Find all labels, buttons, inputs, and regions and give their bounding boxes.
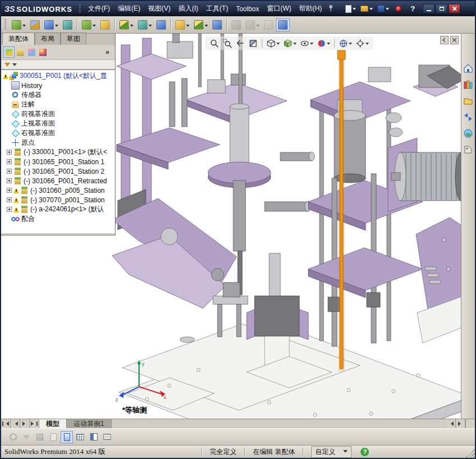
mate-button[interactable]	[28, 18, 42, 31]
planes-visibility-icon[interactable]	[87, 431, 100, 443]
propertymanager-button[interactable]	[15, 47, 26, 58]
menu-file[interactable]: 文件(F)	[84, 2, 114, 16]
tab-layout[interactable]: 布局	[35, 33, 61, 45]
viewport-close-button[interactable]	[450, 36, 459, 44]
bill-of-materials-button[interactable]	[173, 18, 192, 31]
tables-visibility-icon[interactable]	[101, 431, 113, 443]
open-document-button[interactable]	[359, 4, 375, 13]
tree-item-front-plane[interactable]: 前视基准面	[1, 109, 115, 119]
maximize-button[interactable]	[436, 4, 447, 13]
hide-show-items-button[interactable]	[299, 38, 315, 49]
scroll-right-button[interactable]	[456, 419, 465, 428]
tree-item-top-plane[interactable]: 上视基准面	[1, 119, 115, 128]
display-style-button[interactable]	[282, 38, 298, 49]
view-palette-icon[interactable]	[463, 112, 474, 123]
collapse-pane-button[interactable]	[440, 36, 449, 44]
configurationmanager-button[interactable]	[26, 47, 37, 58]
panel-overflow-chevron[interactable]: »	[102, 48, 113, 56]
explode-line-sketch-button[interactable]	[210, 18, 224, 31]
expand-icon[interactable]	[7, 188, 12, 193]
tree-item-history[interactable]: History	[1, 81, 115, 90]
interference-detection-button[interactable]	[229, 18, 243, 31]
close-button[interactable]	[449, 4, 460, 13]
tree-item-component[interactable]: (-) 301065_P001_Station 1	[1, 157, 115, 166]
tab-scroll-right-button[interactable]	[20, 419, 30, 428]
selection-filter-icon[interactable]	[7, 431, 19, 443]
file-explorer-icon[interactable]	[463, 95, 474, 106]
horizontal-scrollbar[interactable]	[112, 419, 446, 428]
tab-motion-study[interactable]: 运动算例1	[67, 419, 112, 428]
zoom-area-button[interactable]	[221, 38, 233, 49]
edit-appearance-button[interactable]	[316, 38, 331, 49]
menu-toolbox[interactable]: Toolbox	[232, 3, 263, 15]
move-component-button[interactable]	[80, 18, 98, 31]
tree-item-component[interactable]: (-) 301066_P001_Retracted	[1, 176, 115, 186]
tree-item-component[interactable]: (-) 301060_p005_Station	[1, 186, 115, 195]
design-library-icon[interactable]	[463, 79, 474, 90]
filter-faces-icon[interactable]	[47, 431, 59, 443]
tab-scroll-last-button[interactable]	[30, 419, 39, 428]
tree-item-origin[interactable]: 原点	[1, 138, 115, 147]
new-motion-study-button[interactable]	[154, 18, 168, 31]
tab-scroll-first-button[interactable]	[1, 419, 11, 428]
new-document-button[interactable]	[344, 4, 358, 14]
menu-edit[interactable]: 编辑(E)	[114, 2, 144, 16]
expand-icon[interactable]	[7, 159, 12, 164]
expand-icon[interactable]	[7, 178, 12, 183]
show-hidden-components-button[interactable]	[98, 18, 112, 31]
edit-component-button[interactable]	[262, 18, 276, 31]
filter-edges-icon[interactable]	[34, 431, 46, 443]
tab-assembly[interactable]: 装配体	[2, 33, 35, 45]
tree-item-component[interactable]: (-) a-2424061p<1> (默认	[1, 205, 115, 214]
apply-scene-button[interactable]	[338, 38, 353, 49]
sketch-button[interactable]	[243, 18, 262, 31]
help-button[interactable]: ?	[406, 3, 419, 14]
tree-item-mates[interactable]: 配合	[1, 214, 115, 224]
grid-snap-icon[interactable]	[74, 431, 86, 443]
home-icon[interactable]	[463, 63, 474, 74]
instant3d-button[interactable]	[276, 18, 290, 31]
expand-icon[interactable]	[7, 150, 12, 155]
custom-dropdown[interactable]: 自定义	[311, 446, 352, 458]
smart-fasteners-button[interactable]	[61, 18, 75, 31]
red-status-icon[interactable]	[395, 6, 401, 12]
menu-pin-icon[interactable]	[328, 4, 334, 13]
displaymanager-button[interactable]	[37, 47, 48, 58]
status-help-button[interactable]: ?	[361, 448, 369, 456]
tree-item-annotations[interactable]: 注解	[1, 100, 115, 109]
tree-item-sensors[interactable]: 传感器	[1, 90, 115, 100]
scroll-left-button[interactable]	[446, 419, 456, 428]
featuremanager-tree-button[interactable]	[3, 47, 15, 58]
selected-component-rod[interactable]	[338, 50, 345, 372]
menu-tools[interactable]: 工具(T)	[202, 2, 232, 16]
previous-view-button[interactable]	[234, 38, 246, 49]
view-settings-button[interactable]	[354, 38, 370, 49]
insert-components-button[interactable]	[10, 18, 28, 31]
expand-icon[interactable]	[7, 207, 12, 212]
exploded-view-button[interactable]	[192, 18, 210, 31]
expand-icon[interactable]	[7, 197, 12, 202]
custom-properties-icon[interactable]	[463, 144, 474, 155]
view-orientation-button[interactable]	[265, 38, 281, 49]
menu-window[interactable]: 窗口(W)	[263, 2, 295, 16]
tab-sketch[interactable]: 草图	[61, 33, 86, 45]
tree-filter-bar[interactable]	[1, 59, 115, 69]
quick-sketch-icon[interactable]	[61, 431, 73, 443]
section-view-button[interactable]	[247, 38, 259, 49]
menu-view[interactable]: 视图(V)	[144, 2, 174, 16]
menu-insert[interactable]: 插入(I)	[174, 2, 202, 16]
assembly-features-button[interactable]	[117, 18, 136, 31]
tree-item-component[interactable]: (-) 330001_P001<1> (默认<	[1, 147, 115, 157]
appearances-icon[interactable]	[463, 128, 474, 139]
expand-icon[interactable]	[7, 169, 12, 174]
tree-item-component[interactable]: (-) 301065_P001_Station 2	[1, 166, 115, 176]
tree-item-right-plane[interactable]: 右视基准面	[1, 128, 115, 138]
tree-item-component[interactable]: (-) 307070_p001_Station	[1, 195, 115, 205]
tab-model[interactable]: 模型	[39, 419, 67, 428]
reference-geometry-button[interactable]	[136, 18, 154, 31]
tree-item-root[interactable]: 300051_P001 (默认<默认_显	[1, 71, 115, 81]
zoom-fit-button[interactable]	[209, 38, 220, 49]
save-button[interactable]	[376, 4, 391, 13]
linear-component-pattern-button[interactable]	[42, 18, 61, 31]
tab-scroll-left-button[interactable]	[11, 419, 20, 428]
